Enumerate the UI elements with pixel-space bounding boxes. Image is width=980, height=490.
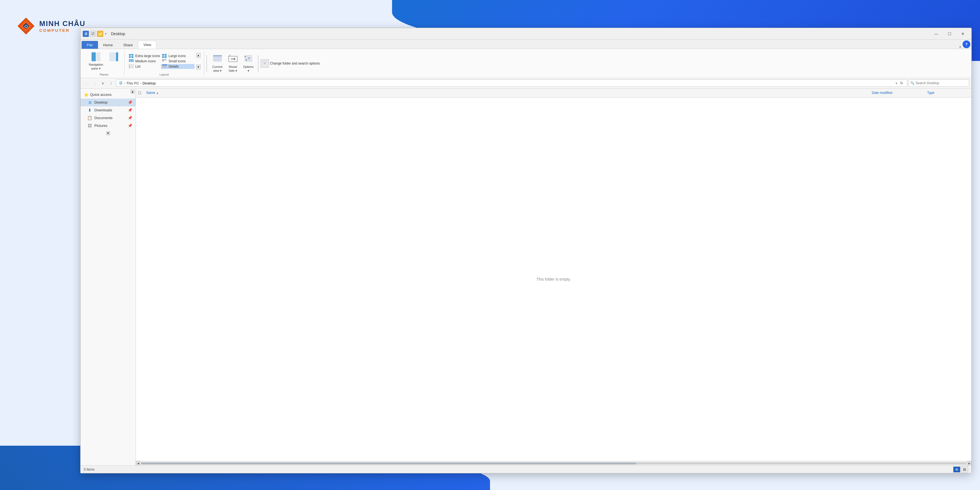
- search-input[interactable]: [916, 81, 967, 85]
- status-view-buttons: ⊞ ⊟: [953, 466, 968, 472]
- large-view-button[interactable]: ⊟: [961, 466, 968, 472]
- list-icon: [129, 65, 134, 69]
- change-folder-icon[interactable]: [261, 59, 269, 68]
- col-name-sort: ▲: [156, 91, 159, 94]
- sidebar-item-desktop[interactable]: 🖥 Desktop 📌: [81, 99, 135, 106]
- title-check-icon[interactable]: ☑: [90, 31, 96, 37]
- scrollbar-track[interactable]: [141, 462, 966, 464]
- details-label: Details: [169, 65, 179, 69]
- path-dropdown-chevron[interactable]: ∨: [895, 81, 897, 85]
- col-header-name[interactable]: Name ▲: [144, 91, 870, 95]
- pictures-pin-icon: 📌: [128, 123, 132, 128]
- svg-rect-47: [245, 56, 252, 56]
- scrollbar-thumb[interactable]: [141, 462, 636, 464]
- layout-scroll-up[interactable]: ▲: [196, 53, 200, 58]
- layout-details[interactable]: Details: [161, 64, 194, 69]
- path-thispc: This PC: [126, 81, 139, 85]
- explorer-window: 🖥 ☑ 📁 ▾ Desktop — ☐ ✕ File Home Share Vi…: [80, 28, 972, 473]
- layout-small[interactable]: Small icons: [161, 59, 194, 64]
- svg-rect-5: [96, 53, 100, 61]
- file-content: ☐ Name ▲ Date modified Type This folder …: [136, 89, 971, 465]
- help-button[interactable]: ?: [963, 40, 970, 48]
- logo-text: MINH CHÂU COMPUTER: [39, 19, 86, 33]
- title-screen-icon[interactable]: 🖥: [83, 31, 89, 37]
- options-button[interactable]: Options▾: [241, 53, 256, 74]
- details-view-button[interactable]: ⊞: [953, 466, 960, 472]
- refresh-button[interactable]: ↻: [899, 80, 905, 86]
- scroll-right-button[interactable]: ▶: [967, 461, 971, 466]
- maximize-button[interactable]: ☐: [943, 30, 956, 38]
- select-all-checkbox-icon[interactable]: ☐: [138, 91, 142, 95]
- svg-rect-14: [165, 54, 167, 56]
- current-view-button[interactable]: Currentview ▾: [210, 53, 225, 74]
- svg-line-46: [229, 54, 231, 56]
- svg-rect-8: [129, 54, 131, 56]
- recent-button[interactable]: ∨: [99, 80, 107, 87]
- forward-button[interactable]: →: [91, 80, 98, 87]
- title-folder-icon[interactable]: 📁: [97, 31, 103, 37]
- empty-message-text: This folder is empty.: [536, 277, 571, 281]
- scroll-left-button[interactable]: ◀: [136, 461, 140, 466]
- tab-share[interactable]: Share: [118, 41, 138, 49]
- up-button[interactable]: ↑: [108, 80, 115, 87]
- navigation-pane-button[interactable]: Navigationpane ▾: [87, 51, 105, 72]
- back-button[interactable]: ←: [83, 80, 90, 87]
- col-header-type[interactable]: Type: [925, 91, 969, 95]
- ribbon-collapse-chevron[interactable]: ∧: [958, 45, 963, 49]
- layout-large[interactable]: Large icons: [161, 53, 194, 59]
- navigation-pane-icon: [91, 52, 101, 62]
- desktop-pin-icon: 📌: [128, 100, 132, 104]
- svg-rect-27: [163, 61, 164, 61]
- layout-list[interactable]: List: [128, 64, 161, 69]
- svg-rect-24: [164, 59, 165, 60]
- tab-view[interactable]: View: [138, 41, 156, 49]
- svg-rect-32: [129, 67, 130, 68]
- sidebar-item-pictures[interactable]: 🖼 Pictures 📌: [81, 122, 135, 129]
- search-magnifier-icon: 🔍: [910, 81, 915, 85]
- ribbon-group-layout: Extra large icons Large icons Medium ico…: [124, 51, 204, 76]
- search-box[interactable]: 🔍: [908, 80, 969, 87]
- col-header-check: ☐: [138, 90, 144, 95]
- sidebar-scroll-down-area: ▼: [81, 129, 135, 137]
- quick-access-title: ⭐ Quick access: [81, 91, 135, 99]
- svg-rect-21: [132, 61, 134, 62]
- tab-file[interactable]: File: [82, 41, 98, 49]
- svg-rect-23: [163, 59, 164, 60]
- sidebar-scroll-down[interactable]: ▼: [106, 131, 110, 135]
- logo-sub: COMPUTER: [39, 28, 86, 33]
- address-path[interactable]: 🖥 › This PC › Desktop ∨ ↻: [116, 80, 907, 87]
- list-label: List: [135, 65, 140, 69]
- sidebar-scroll-up[interactable]: ▲: [130, 90, 134, 94]
- svg-rect-35: [162, 65, 167, 65]
- sidebar-item-documents[interactable]: 📋 Documents 📌: [81, 114, 135, 122]
- sidebar-item-downloads[interactable]: ⬇ Downloads 📌: [81, 106, 135, 114]
- svg-rect-53: [246, 59, 247, 61]
- horizontal-scrollbar[interactable]: ◀ ▶: [136, 461, 971, 465]
- svg-rect-4: [92, 53, 96, 61]
- show-hide-icon: [228, 54, 238, 64]
- layout-scroll-expand[interactable]: ▼: [196, 65, 200, 70]
- tab-home[interactable]: Home: [98, 41, 118, 49]
- folder-options-label: Change folder and search options: [270, 62, 320, 65]
- col-header-date[interactable]: Date modified: [870, 91, 925, 95]
- downloads-arrow-icon: ⬇: [87, 108, 92, 113]
- title-pin: ▾: [104, 32, 107, 36]
- item-count: 0 items: [84, 468, 951, 471]
- close-button[interactable]: ✕: [956, 30, 969, 38]
- svg-rect-38: [162, 67, 167, 68]
- show-hide-button[interactable]: Show/hide ▾: [226, 53, 240, 74]
- svg-rect-28: [129, 65, 130, 65]
- address-bar: ← → ∨ ↑ 🖥 › This PC › Desktop ∨ ↻ 🔍: [81, 78, 971, 89]
- layout-grid: Extra large icons Large icons Medium ico…: [128, 53, 194, 69]
- layout-extra-large[interactable]: Extra large icons: [128, 53, 161, 59]
- panes-items: Navigationpane ▾: [87, 51, 121, 72]
- ribbon-tabs: File Home Share View ∧ ?: [81, 40, 971, 49]
- minimize-button[interactable]: —: [930, 30, 943, 38]
- svg-rect-9: [129, 56, 131, 58]
- options-label: Options▾: [243, 65, 254, 73]
- layout-label: Layout: [160, 73, 169, 76]
- layout-medium[interactable]: Medium icons: [128, 59, 161, 64]
- path-sep1: ›: [124, 81, 125, 85]
- preview-pane-button[interactable]: [107, 51, 121, 63]
- file-list-header: ☐ Name ▲ Date modified Type: [136, 89, 971, 97]
